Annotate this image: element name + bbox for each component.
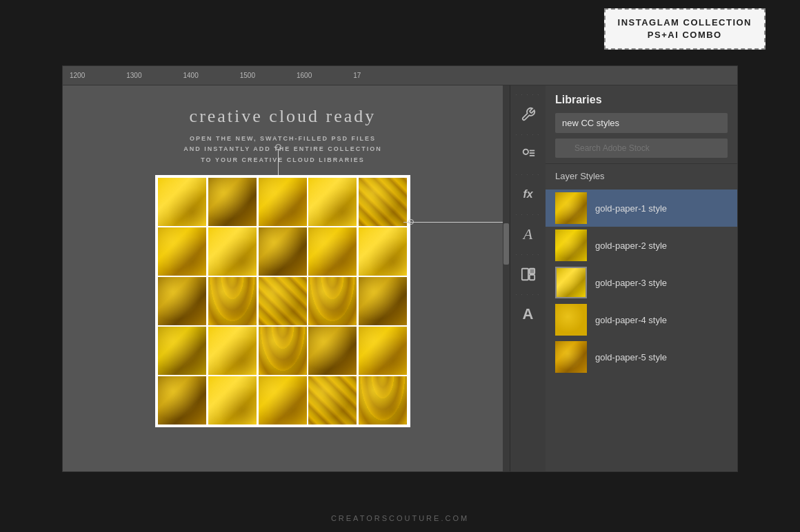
swatch [308,277,357,325]
type2-tool-button[interactable]: A [514,300,542,328]
style-item-label: gold-paper-3 style [595,278,667,288]
swatch [308,376,357,424]
shapes-tool-button[interactable] [514,260,542,288]
layer-styles-title: Layer Styles [555,171,728,181]
style-item-label: gold-paper-1 style [595,203,667,214]
svg-rect-4 [521,269,528,280]
ruler-mark: 1500 [240,72,255,79]
style-thumbnail [555,229,587,261]
swatch [208,227,257,276]
swatch [158,227,206,276]
swatch [359,327,407,375]
footer-text: CREATORSCOUTURE.COM [331,514,469,522]
canvas-area: creative cloud ready OPEN THE NEW, SWATC… [63,85,503,471]
outer-wrapper: INSTAGLAM COLLECTION PS+AI COMBO CREATOR… [0,0,800,532]
ruler-mark: 1200 [70,72,85,79]
badge-line1: INSTAGLAM COLLECTION [618,17,752,29]
ruler-mark: 1400 [183,72,199,79]
swatch [359,277,407,325]
swatch [158,327,206,375]
tool-divider: · · · · · [510,131,546,138]
style-item[interactable]: gold-paper-2 style [546,227,737,264]
toolbar: · · · · · · · · · · [510,85,546,471]
style-item[interactable]: gold-paper-1 style [546,190,737,227]
style-item[interactable]: gold-paper-4 style [546,301,737,338]
style-thumbnail [555,192,587,224]
tool-divider: · · · · · [510,91,546,98]
svg-point-0 [523,150,528,154]
swatch [308,178,357,226]
swatches-grid [158,178,408,424]
ruler-mark: 17 [353,72,361,79]
library-selector[interactable]: new CC styles [555,113,728,133]
type-icon: A [523,225,532,243]
swatch [259,227,307,276]
style-thumbnail [555,304,587,336]
swatch [208,327,257,375]
scrollbar-thumb[interactable] [503,223,509,265]
creative-cloud-text: creative cloud ready OPEN THE NEW, SWATC… [183,106,382,165]
tool-divider: · · · · · [510,291,546,298]
swatch [259,376,307,424]
type-tool-button[interactable]: A [514,221,542,248]
libraries-header: Libraries new CC styles 🔍 [546,85,737,164]
swatch [259,178,307,226]
svg-rect-5 [529,269,534,274]
swatch [308,227,357,276]
ruler-mark: 1300 [126,72,141,79]
search-adobe-stock-input[interactable] [555,139,728,158]
style-item-label: gold-paper-5 style [595,352,667,362]
fx-tool-button[interactable]: fx [514,181,542,208]
tool-divider: · · · · · [510,211,546,218]
wrench-tool-button[interactable] [514,101,542,128]
swatch [158,376,206,424]
fx-icon: fx [523,188,532,201]
main-content: creative cloud ready OPEN THE NEW, SWATC… [63,85,737,471]
bucket-tool-button[interactable] [514,141,542,168]
swatch [208,277,257,325]
search-wrapper: 🔍 [555,139,728,158]
swatch [308,327,357,375]
ruler-numbers: 1200 1300 1400 1500 1600 17 [63,72,361,79]
badge-line2: PS+AI COMBO [618,29,752,41]
tool-divider: · · · · · [510,171,546,178]
ruler-bar: 1200 1300 1400 1500 1600 17 [63,66,737,85]
right-panel: · · · · · · · · · · [510,85,737,471]
swatches-container [155,175,410,427]
libraries-title: Libraries [555,94,728,106]
libraries-panel: Libraries new CC styles 🔍 Layer Styles [546,85,737,471]
tool-divider: · · · · · [510,251,546,258]
style-item[interactable]: gold-paper-5 style [546,338,737,376]
style-item[interactable]: gold-paper-3 style [546,264,737,301]
swatch [208,178,257,226]
swatch [158,178,206,226]
swatch [359,178,407,226]
style-thumbnail [555,267,587,298]
type2-icon: A [523,305,534,323]
ruler-mark: 1600 [297,72,312,79]
swatch [359,227,407,276]
cc-subtitle: OPEN THE NEW, SWATCH-FILLED PSD FILES AN… [183,134,382,165]
swatch [208,376,257,424]
style-item-label: gold-paper-4 style [595,315,667,325]
swatch [259,327,307,375]
swatch [259,277,307,325]
style-item-label: gold-paper-2 style [595,241,667,251]
style-thumbnail [555,341,587,373]
product-badge: INSTAGLAM COLLECTION PS+AI COMBO [604,8,766,50]
swatch [359,376,407,424]
layer-styles-section: Layer Styles [546,164,737,190]
cc-title: creative cloud ready [183,106,382,127]
swatch [158,277,206,325]
svg-rect-6 [529,275,534,280]
ps-window: 1200 1300 1400 1500 1600 17 creative clo… [62,65,738,472]
scrollbar[interactable] [503,85,510,471]
